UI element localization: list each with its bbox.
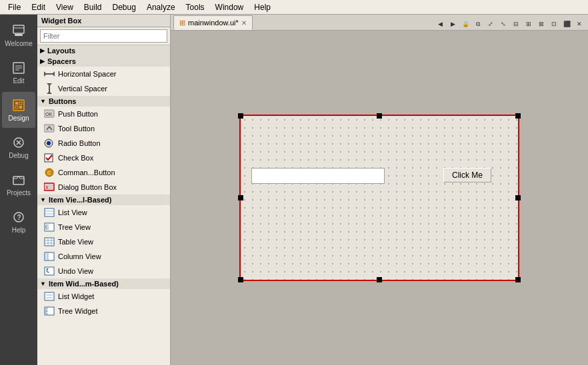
sidebar-item-projects[interactable]: Projects — [2, 167, 35, 202]
checkbox-icon — [44, 153, 55, 163]
widget-item-treeview[interactable]: Tree View — [37, 220, 170, 234]
toolbar-icon-layout1[interactable]: ⊟ — [510, 18, 522, 30]
section-layouts[interactable]: ▶ Layouts — [37, 45, 170, 56]
main-area: Welcome Edit Design — [0, 15, 588, 365]
svg-rect-49 — [45, 292, 54, 300]
widget-filter-input[interactable] — [40, 29, 167, 43]
section-buttons[interactable]: ▼ Buttons — [37, 96, 170, 107]
left-sidebar: Welcome Edit Design — [0, 15, 37, 365]
svg-rect-32 — [45, 208, 54, 216]
menu-file[interactable]: File — [3, 1, 26, 13]
toolbar-icon-copy[interactable]: ⧉ — [472, 18, 484, 30]
tab-ui-icon: ⊞ — [179, 19, 185, 27]
toolbutton-icon — [44, 123, 55, 134]
handle-mid-right[interactable] — [515, 195, 521, 200]
toolbar-icon-form[interactable]: ⬛ — [561, 18, 573, 30]
pushbutton-icon: OK — [44, 109, 55, 119]
menu-tools[interactable]: Tools — [181, 1, 210, 13]
svg-rect-11 — [19, 106, 22, 109]
section-itemviews-label: Item Vie...l-Based) — [49, 196, 112, 204]
listwidget-icon — [44, 291, 55, 302]
toolbar-icon-2[interactable]: ▶ — [447, 18, 459, 30]
arrow-itemwidgets: ▼ — [40, 280, 46, 287]
arrow-buttons: ▼ — [40, 98, 46, 105]
menu-window[interactable]: Window — [210, 1, 249, 13]
sidebar-item-debug[interactable]: Debug — [2, 129, 35, 165]
toolbar-icon-close[interactable]: ✕ — [573, 18, 585, 30]
section-itemwidgets[interactable]: ▼ Item Wid...m-Based) — [37, 278, 170, 289]
sidebar-item-welcome[interactable]: Welcome — [2, 17, 35, 53]
tab-label: mainwindow.ui* — [188, 19, 239, 27]
widget-item-listview[interactable]: List View — [37, 205, 170, 220]
arrow-layouts: ▶ — [40, 47, 45, 54]
toolbar-icon-collapse[interactable]: ⤡ — [497, 18, 509, 30]
treewidget-icon — [44, 306, 55, 316]
toolbar-icon-1[interactable]: ◀ — [434, 18, 446, 30]
canvas-input-field[interactable] — [251, 168, 385, 184]
svg-marker-18 — [52, 71, 55, 77]
section-spacers-label: Spacers — [47, 57, 76, 65]
widget-item-radiobutton[interactable]: Radio Button — [37, 136, 170, 151]
toolbar-icon-layout3[interactable]: ⊠ — [535, 18, 547, 30]
sidebar-item-help[interactable]: ? Help — [2, 204, 35, 240]
handle-top-right[interactable] — [515, 113, 521, 119]
widget-item-treewidget[interactable]: Tree Widget — [37, 304, 170, 318]
sidebar-item-design[interactable]: Design — [2, 92, 35, 128]
widget-item-dialogbuttonbox-label: Dialog Button Box — [58, 183, 117, 191]
widget-item-tableview[interactable]: Table View — [37, 234, 170, 249]
widget-item-toolbutton-label: Tool Button — [58, 125, 95, 133]
menu-help[interactable]: Help — [249, 1, 276, 13]
toolbar-icon-lock[interactable]: 🔒 — [459, 18, 471, 30]
handle-mid-left[interactable] — [238, 195, 243, 200]
svg-rect-9 — [19, 102, 22, 105]
menu-analyze[interactable]: Analyze — [141, 1, 181, 13]
widget-item-toolbutton[interactable]: Tool Button — [37, 121, 170, 136]
canvas-click-button[interactable]: Click Me — [443, 168, 491, 182]
widget-item-listwidget[interactable]: List Widget — [37, 289, 170, 304]
toolbar-icon-layout2[interactable]: ⊞ — [523, 18, 535, 30]
handle-top-mid[interactable] — [377, 113, 382, 119]
widget-item-vspacer[interactable]: Vertical Spacer — [37, 81, 170, 96]
widget-item-hspacer[interactable]: Horizontal Spacer — [37, 67, 170, 81]
handle-top-left[interactable] — [238, 113, 243, 119]
listview-icon — [44, 207, 55, 218]
widget-item-dialogbuttonbox[interactable]: X Dialog Button Box — [37, 180, 170, 194]
menubar: File Edit View Build Debug Analyze Tools… — [0, 0, 588, 15]
menu-debug[interactable]: Debug — [107, 1, 141, 13]
svg-rect-7 — [13, 100, 24, 111]
tab-close-btn[interactable]: ✕ — [241, 19, 247, 27]
handle-bottom-left[interactable] — [238, 277, 243, 282]
menu-build[interactable]: Build — [79, 1, 107, 13]
handle-bottom-mid[interactable] — [377, 277, 382, 282]
section-itemviews[interactable]: ▼ Item Vie...l-Based) — [37, 194, 170, 205]
radiobutton-icon — [44, 138, 55, 149]
widget-item-pushbutton[interactable]: OK Push Button — [37, 107, 170, 121]
widget-item-commandbutton-label: Comman...Button — [58, 169, 115, 177]
widget-filter-area — [37, 27, 170, 45]
widget-item-undoview[interactable]: Undo View — [37, 264, 170, 278]
menu-view[interactable]: View — [51, 1, 79, 13]
columnview-icon — [44, 251, 55, 262]
widget-item-treeview-label: Tree View — [58, 223, 91, 231]
menu-edit[interactable]: Edit — [26, 1, 51, 13]
widget-item-pushbutton-label: Push Button — [58, 110, 98, 118]
sidebar-item-projects-label: Projects — [7, 189, 31, 196]
handle-bottom-right[interactable] — [515, 277, 521, 282]
widget-item-columnview[interactable]: Column View — [37, 249, 170, 264]
widget-item-commandbutton[interactable]: C Comman...Button — [37, 165, 170, 180]
widget-item-tableview-label: Table View — [58, 238, 93, 246]
svg-rect-46 — [45, 252, 48, 260]
section-spacers[interactable]: ▶ Spacers — [37, 56, 170, 67]
hspacer-icon — [44, 69, 55, 79]
sidebar-item-edit[interactable]: Edit — [2, 55, 35, 91]
widget-item-checkbox[interactable]: Check Box — [37, 151, 170, 165]
tab-toolbar: ◀ ▶ 🔒 ⧉ ⤢ ⤡ ⊟ ⊞ ⊠ ⊡ ⬛ ✕ — [434, 18, 588, 30]
toolbar-icon-grid[interactable]: ⊡ — [548, 18, 560, 30]
commandbutton-icon: C — [44, 167, 55, 178]
svg-rect-24 — [44, 125, 54, 132]
arrow-spacers: ▶ — [40, 58, 45, 65]
form-canvas[interactable]: Click Me — [239, 115, 519, 281]
tab-mainwindow[interactable]: ⊞ mainwindow.ui* ✕ — [173, 15, 253, 30]
toolbar-icon-expand[interactable]: ⤢ — [485, 18, 497, 30]
svg-rect-13 — [13, 177, 24, 184]
